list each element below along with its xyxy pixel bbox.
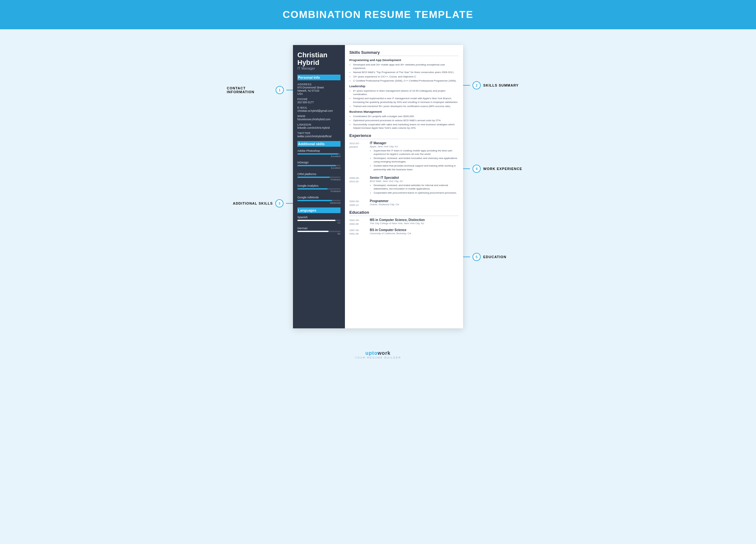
sidebar-job-title: IT Manager	[297, 66, 341, 70]
annotation-contact-label: CONTACT INFORMATION	[227, 86, 273, 94]
page-title: Combination Resume Template	[0, 9, 756, 20]
additional-skills-title: Additional skills	[297, 141, 341, 147]
experience-item: 2002-09 -2005-12 Programmer Oracle, Redw…	[349, 199, 459, 207]
language-item: Spanish C1	[297, 216, 341, 224]
annotation-skills-summary: 2 SKILLS SUMMARY	[463, 81, 519, 89]
languages-title: Languages	[297, 208, 341, 213]
annotation-skills-summary-label: SKILLS SUMMARY	[483, 83, 519, 87]
education-item: 2001-09 -2002-06 MS in Computer Science,…	[349, 218, 459, 226]
contact-email: E-mail christian.w.hybrid@gmail.com	[297, 106, 341, 112]
skills-summary-content: Programming and App Development Develope…	[349, 58, 459, 130]
annotation-3-circle: 3	[275, 199, 283, 208]
annotation-skills-label: ADDITIONAL SKILLS	[233, 202, 273, 205]
skills-list: Adobe Photoshop Excellent InDesign Excel…	[297, 149, 341, 204]
resume-main: Skills Summary Programming and App Devel…	[345, 45, 463, 328]
skill-item: Adobe Photoshop Excellent	[297, 149, 341, 158]
experience-title: Experience	[349, 133, 459, 139]
resume-document: Christian Hybrid IT Manager Personal Inf…	[293, 45, 463, 328]
annotation-education-label: EDUCATION	[483, 255, 507, 259]
annotation-2-circle: 2	[473, 81, 481, 89]
skill-item: InDesign Excellent	[297, 161, 341, 169]
resume-sidebar: Christian Hybrid IT Manager Personal Inf…	[293, 45, 345, 328]
contact-address: Address 970 Drummond StreetNewark, NJ 07…	[297, 83, 341, 95]
personal-info-title: Personal Info	[297, 75, 341, 80]
skills-subsection: Business Management Coordinated 20+ proj…	[349, 110, 459, 130]
education-item: 1997-09 -2001-06 BS in Computer Science …	[349, 228, 459, 236]
annotation-education: 5 EDUCATION	[463, 253, 507, 261]
experience-item: 2006-08 -2012-02 Senior IT Specialist BC…	[349, 176, 459, 197]
skill-item: CRM platforms Proficient	[297, 173, 341, 181]
skills-subsection: Programming and App Development Develope…	[349, 58, 459, 83]
education-content: 2001-09 -2002-06 MS in Computer Science,…	[349, 218, 459, 236]
languages-list: Spanish C1 German B2	[297, 216, 341, 235]
skill-item: Google Analytics Proficient	[297, 184, 341, 193]
skills-subsection: Leadership 8+ years experience in team m…	[349, 84, 459, 108]
contact-linkedin: LinkedIn linkedin.com/in/chris-hybrid	[297, 123, 341, 129]
skill-item: Google AdWords Advanced	[297, 196, 341, 204]
annotation-1-circle: 1	[276, 86, 284, 94]
footer: uptowork Your Resume Builder	[0, 344, 756, 369]
education-title: Education	[349, 210, 459, 216]
contact-phone: Phone 202 555 0177	[297, 98, 341, 104]
language-item: German B2	[297, 227, 341, 235]
annotation-4-circle: 4	[473, 165, 481, 173]
experience-content: 2012-03 -present IT Manager Apple, New Y…	[349, 141, 459, 207]
brand-tagline: Your Resume Builder	[0, 356, 756, 359]
sidebar-name: Christian Hybrid	[297, 51, 341, 66]
annotation-work-exp: 4 WORK EXPERIENCE	[463, 165, 522, 173]
experience-item: 2012-03 -present IT Manager Apple, New Y…	[349, 141, 459, 173]
skills-summary-title: Skills Summary	[349, 50, 459, 56]
annotation-5-circle: 5	[473, 253, 481, 261]
annotation-contact: CONTACT INFORMATION 1	[227, 86, 293, 94]
brand-logo: uptowork	[0, 350, 756, 356]
contact-twitter: Twitter twitter.com/chrishybridofficial	[297, 132, 341, 138]
contact-www: WWW futureisnow.chrishybrid.com	[297, 115, 341, 121]
header-bar: Combination Resume Template	[0, 0, 756, 29]
annotation-work-label: WORK EXPERIENCE	[483, 167, 522, 171]
annotation-skills: ADDITIONAL SKILLS 3	[233, 199, 293, 208]
